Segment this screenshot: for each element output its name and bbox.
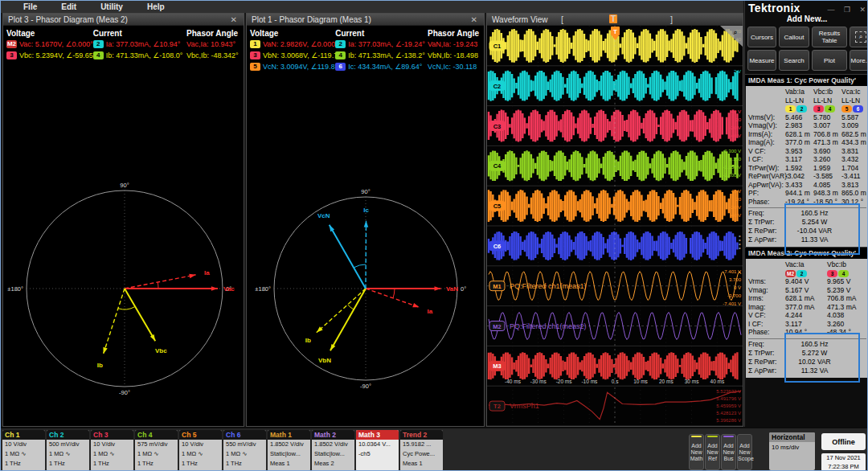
channel-setting-line: 1.8502 V/div xyxy=(268,440,310,449)
channel-badge-math2[interactable]: Math 21.8502 V/divStatic|low...Meas 2 xyxy=(312,430,354,471)
channel-badge-ch2[interactable]: Ch 2500 mV/div1 MΩ ∿1 THz xyxy=(47,430,89,471)
plot-button[interactable]: Plot xyxy=(812,50,847,71)
waveform-grid[interactable]: C1-20-40C22 VC340 V20-20 V-40 VC42.300 V… xyxy=(487,26,743,426)
plot3-phasor-diagram: 90°-90°±180°0°VacIaVbcIb xyxy=(3,76,244,425)
horizontal-panel[interactable]: Horizontal 10 ms/div xyxy=(769,432,815,470)
restore-button[interactable]: ❐ xyxy=(844,6,850,14)
meas-col-header: Vca:Ic xyxy=(841,88,868,96)
current-cell: 4Ib: 471.33mA, ∠-138.2° xyxy=(335,51,428,59)
channel-badge-trend2[interactable]: Trend 215.9182 ...Cyc Powe...Meas 1 xyxy=(400,430,443,471)
channel-badge-ch1[interactable]: Ch 110 V/div1 MΩ ∿1 THz xyxy=(2,430,45,471)
svg-text:Vac: Vac xyxy=(223,285,235,293)
meas2-results-table[interactable]: Vac:IaVbc:IbM2234Vrms:9.404 V9.965 VVmag… xyxy=(746,259,868,378)
meas-value: 4.038 xyxy=(827,311,868,320)
channel-badge-M3[interactable]: M3 xyxy=(489,361,505,371)
plot3-titlebar[interactable]: Plot 3 - Phasor Diagram (Meas 2) ✕ xyxy=(3,14,244,26)
add-new-scope-button[interactable]: AddNewScope xyxy=(737,434,752,470)
meas-row-label: Phase: xyxy=(748,198,785,207)
menu-item-file[interactable]: File xyxy=(23,2,37,11)
search-button[interactable]: Search xyxy=(779,50,809,71)
svg-text:5.396286 V: 5.396286 V xyxy=(716,418,741,423)
svg-text:-2.300 V: -2.300 V xyxy=(723,173,741,178)
meas-row-label: Phase: xyxy=(748,328,785,337)
meas2-header[interactable]: IMDA Meas 2: Cyc Power Quality' xyxy=(745,247,868,259)
channel-badge-label: Ch 2 xyxy=(47,430,89,440)
meas-row-label: Vmag: xyxy=(748,286,785,295)
channel-badge-ch3[interactable]: Ch 310 V/div1 MΩ ∿1 THz xyxy=(91,430,133,471)
results-table-button[interactable]: Results Table xyxy=(812,27,847,47)
meas-table-row: Vac:IaVbc:Ib xyxy=(748,260,866,269)
menu-item-help[interactable]: Help xyxy=(147,2,165,11)
channel-setting-line: 1 THz xyxy=(223,459,266,469)
svg-text:5.428123 V: 5.428123 V xyxy=(716,411,741,416)
trace-label: PQ:Filtered ch1(meas1) xyxy=(510,282,587,290)
meas-value: 3.007 xyxy=(813,121,841,130)
meas-row-label: V CF: xyxy=(748,147,785,156)
plot1-titlebar[interactable]: Plot 1 - Phasor Diagram (Meas 1) ✕ xyxy=(247,14,484,26)
voltage-cell: M2Vac: 5.1670V, ∠0.000° xyxy=(6,40,93,48)
channel-badge-ch4[interactable]: Ch 4575 mV/div1 MΩ ∿1 THz xyxy=(135,430,178,471)
channel-badge-M1[interactable]: M1 xyxy=(489,281,505,291)
channel-badge-C1[interactable]: C1 xyxy=(489,41,505,51)
channel-badge-C3[interactable]: C3 xyxy=(489,121,505,131)
channel-badge-C2[interactable]: C2 xyxy=(489,81,505,91)
cursors-button[interactable]: Cursors xyxy=(747,27,776,47)
meas1-header[interactable]: IMDA Meas 1: Cyc Power Quality' xyxy=(745,74,868,86)
callout-button[interactable]: Callout xyxy=(779,27,809,47)
panel-splitter-handle[interactable]: •••• xyxy=(739,234,743,255)
channel-badge-M2[interactable]: M2 xyxy=(489,322,505,331)
time-axis-label: 0 s xyxy=(612,379,619,384)
channel-badge-T2[interactable]: T2 xyxy=(489,401,505,411)
add-new-ref-button[interactable]: AddNewRef xyxy=(705,434,720,470)
meas-row-label: V CF: xyxy=(748,311,785,320)
meas1-results-table[interactable]: Vab:IaVbc:IbVca:IcLL-LNLL-LNLL-LN123456V… xyxy=(746,86,868,247)
measure-button[interactable]: Measure xyxy=(747,50,776,71)
channel-badge-ch6[interactable]: Ch 6550 mV/div1 MΩ ∿1 THz xyxy=(223,430,266,471)
readout-row: 5VcN: 3.0094V, ∠119.8°6Ic: 434.34mA, ∠89… xyxy=(250,61,481,72)
plot1-close-icon[interactable]: ✕ xyxy=(469,15,479,24)
add-new-bus-button[interactable]: AddNewBus xyxy=(721,434,736,470)
svg-text:-90°: -90° xyxy=(119,389,130,396)
channel-badge-label: Math 3 xyxy=(356,430,399,440)
channel-setting-line: 15.9182 ... xyxy=(400,440,443,449)
meas-value: 3.690 xyxy=(813,147,841,156)
svg-text:90°: 90° xyxy=(361,188,370,195)
horizontal-scale-value: 10 ms/div xyxy=(769,442,815,453)
meas-badge-pair: 34 xyxy=(813,104,841,113)
channel-badge-C6[interactable]: C6 xyxy=(489,241,505,251)
marquee-zoom-icon: ⌕ xyxy=(855,31,866,43)
channel-setting-line: Meas 2 xyxy=(312,459,354,469)
channel-setting-line: 1.8502 V/div xyxy=(312,440,354,449)
svg-text:Ia: Ia xyxy=(428,308,433,315)
close-button[interactable]: ✕ xyxy=(859,6,866,14)
meas-col-header: Vbc:Ib xyxy=(813,88,841,96)
minimize-button[interactable]: — xyxy=(827,6,834,14)
menu-item-edit[interactable]: Edit xyxy=(61,2,76,11)
channel-badge-label: Math 2 xyxy=(312,430,354,440)
channel-badge-math3[interactable]: Math 310.0364 V...-ch5 xyxy=(356,430,399,471)
waveform-view-titlebar[interactable]: Waveform View [ T ] xyxy=(487,14,743,26)
bracket-right[interactable]: ] xyxy=(670,14,673,24)
meas-row-label: Imag(A): xyxy=(748,138,785,147)
plot3-title: Plot 3 - Phasor Diagram (Meas 2) xyxy=(8,15,229,24)
svg-text:0°: 0° xyxy=(461,285,466,293)
add-new-math-button[interactable]: AddNewMath xyxy=(689,434,704,470)
channel-badge-ch5[interactable]: Ch 510 V/div1 MΩ ∿1 THz xyxy=(179,430,222,471)
trigger-marker-icon[interactable]: T xyxy=(609,14,617,23)
offline-status-button[interactable]: Offline xyxy=(821,433,866,450)
draw-a-box-button[interactable]: ⌕ xyxy=(850,27,868,47)
channel-badge-C5[interactable]: C5 xyxy=(489,201,505,211)
menu-item-utility[interactable]: Utility xyxy=(100,2,123,11)
more--button[interactable]: More... xyxy=(850,50,868,71)
meas-row-label: Vrms: xyxy=(748,277,785,286)
time-axis-label: 40 ms xyxy=(710,379,725,384)
bracket-left[interactable]: [ xyxy=(561,14,563,24)
channel-badge-math1[interactable]: Math 11.8502 V/divStatic|low...Meas 1 xyxy=(268,430,310,471)
plot3-close-icon[interactable]: ✕ xyxy=(229,15,239,24)
channel-badge-C4[interactable]: C4 xyxy=(489,161,505,170)
meas-value: 3.831 xyxy=(841,147,868,156)
svg-text:Ib: Ib xyxy=(305,337,311,344)
meas-value: 5.239 V xyxy=(827,286,868,295)
meas-value: 9.965 V xyxy=(827,277,868,286)
channel-setting-line: 500 mV/div xyxy=(47,440,89,449)
